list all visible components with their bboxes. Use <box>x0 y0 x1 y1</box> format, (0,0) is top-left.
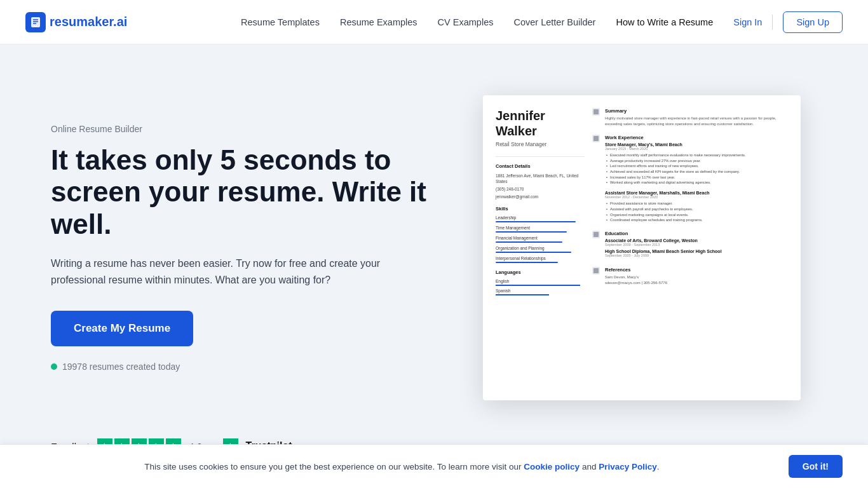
logo-text: resumaker.ai <box>50 15 127 29</box>
skill-financial: Financial Management <box>496 236 585 243</box>
lang-bar-english <box>496 285 580 286</box>
skill-time-management: Time Management <box>496 226 585 233</box>
svg-rect-0 <box>31 17 40 27</box>
cookie-banner: This site uses cookies to ensure you get… <box>0 444 868 488</box>
nav-how-to-write[interactable]: How to Write a Resume <box>616 17 713 27</box>
sign-up-button[interactable]: Sign Up <box>783 11 843 33</box>
job2-title: Assistant Store Manager, Marshalls, Miam… <box>605 191 788 195</box>
references-icon <box>592 267 600 274</box>
resume-summary-block: Summary Highly motivated store manager w… <box>592 108 788 127</box>
skill-bar-financial <box>496 241 562 243</box>
work-content: Work Experience Store Manager, Macy's, M… <box>605 135 788 223</box>
lang-english: English <box>496 279 585 286</box>
edu2-date: September 2005 - July 2009 <box>605 254 788 257</box>
svg-rect-5 <box>593 136 599 141</box>
reference-name: Sam Devon, Macy's <box>605 274 788 280</box>
resume-address: 1881 Jefferson Ave, Miami Beach, FL, Uni… <box>496 173 585 184</box>
resume-contact-heading: Contact Details <box>496 163 585 169</box>
edu1-date: September 2009 - September 2013 <box>605 243 788 247</box>
resumes-counter: 19978 resumes created today <box>51 362 445 372</box>
resume-job-title-header: Retail Store Manager <box>496 141 585 147</box>
summary-text: Highly motivated store manager with expe… <box>605 116 788 127</box>
lang-spanish-label: Spanish <box>496 288 585 293</box>
lang-bar-spanish <box>496 294 549 295</box>
resume-references-block: References Sam Devon, Macy's sdevon@macy… <box>592 267 788 286</box>
references-content: References Sam Devon, Macy's sdevon@macy… <box>605 267 788 286</box>
nav-resume-examples[interactable]: Resume Examples <box>340 17 417 27</box>
job1-bullet2: Average productivity increased 27% over … <box>605 158 788 164</box>
resume-email: jennwalker@gmail.com <box>496 194 585 200</box>
privacy-policy-link[interactable]: Privacy Policy <box>599 462 657 471</box>
resume-name: JenniferWalker <box>496 108 585 139</box>
hero-section: Online Resume Builder It takes only 5 se… <box>0 44 868 438</box>
svg-rect-7 <box>593 268 599 273</box>
resume-education-block: Education Associate of Arts, Broward Col… <box>592 231 788 259</box>
work-heading: Work Experience <box>605 135 788 140</box>
skill-label-organization: Organization and Planning <box>496 246 585 250</box>
cookie-period: . <box>657 462 660 471</box>
resume-skills-heading: Skills <box>496 206 585 212</box>
reference-contact: sdevon@macys.com | 305-256-5776 <box>605 280 788 286</box>
resume-languages-heading: Languages <box>496 269 585 275</box>
hero-subtitle: Writing a resume has never been easier. … <box>51 255 419 288</box>
nav-cover-letter[interactable]: Cover Letter Builder <box>513 17 595 27</box>
resume-right-column: Summary Highly motivated store manager w… <box>592 108 788 388</box>
hero-label: Online Resume Builder <box>51 124 445 134</box>
sign-in-link[interactable]: Sign In <box>733 17 762 27</box>
work-icon <box>592 135 600 142</box>
skill-label-time: Time Management <box>496 226 585 230</box>
green-dot-icon <box>51 363 57 370</box>
skill-leadership: Leadership <box>496 215 585 222</box>
logo-icon <box>25 12 46 32</box>
resume-phone: (305) 248-0170 <box>496 186 585 192</box>
lang-english-label: English <box>496 279 585 283</box>
job1-date: January 2015 - March 2020 <box>605 147 788 151</box>
skill-label-leadership: Leadership <box>496 215 585 220</box>
lang-spanish: Spanish <box>496 288 585 295</box>
nav-resume-templates[interactable]: Resume Templates <box>241 17 320 27</box>
education-content: Education Associate of Arts, Broward Col… <box>605 231 788 259</box>
job1-bullet6: Worked along with marketing and digital … <box>605 180 788 186</box>
references-heading: References <box>605 267 788 273</box>
skill-label-interpersonal: Interpersonal Relationships <box>496 256 585 261</box>
skill-interpersonal: Interpersonal Relationships <box>496 256 585 263</box>
svg-rect-4 <box>593 109 599 114</box>
nav-divider <box>772 15 773 30</box>
resume-preview: JenniferWalker Retail Store Manager Cont… <box>483 95 801 400</box>
job1-bullet4: Achieved and exceeded all KPI targets fo… <box>605 169 788 175</box>
skill-bar-organization <box>496 252 571 253</box>
nav-cv-examples[interactable]: CV Examples <box>438 17 494 27</box>
skill-bar-interpersonal <box>496 262 558 263</box>
resume-left-column: JenniferWalker Retail Store Manager Cont… <box>496 108 585 388</box>
job2-bullet2: Assisted with payroll and paychecks to e… <box>605 207 788 212</box>
education-icon <box>592 231 600 238</box>
job2-bullet4: Coordinated employee schedules and train… <box>605 217 788 223</box>
summary-content: Summary Highly motivated store manager w… <box>605 108 788 127</box>
skill-label-financial: Financial Management <box>496 236 585 240</box>
cookie-policy-link[interactable]: Cookie policy <box>524 462 580 471</box>
edu2-title: High School Diploma, Miami Beach Senior … <box>605 249 788 254</box>
logo[interactable]: resumaker.ai <box>25 12 127 32</box>
counter-text: 19978 resumes created today <box>62 362 180 372</box>
job2-bullet3: Organized marketing campaigns at local e… <box>605 212 788 218</box>
job1-bullet3: Led recruitment efforts and training of … <box>605 163 788 169</box>
summary-heading: Summary <box>605 108 788 114</box>
hero-title: It takes only 5 seconds to screen your r… <box>51 144 445 241</box>
education-heading: Education <box>605 231 788 236</box>
skill-bar-time <box>496 231 567 233</box>
cookie-text: This site uses cookies to ensure you get… <box>25 462 778 471</box>
summary-icon <box>592 108 600 116</box>
cookie-accept-button[interactable]: Got it! <box>789 455 843 478</box>
resume-work-block: Work Experience Store Manager, Macy's, M… <box>592 135 788 223</box>
job2-bullet1: Provided assistance to store manager. <box>605 201 788 207</box>
job2-date: November 2012 - December 2020 <box>605 195 788 199</box>
job1-title: Store Manager, Macy's, Miami Beach <box>605 142 788 147</box>
job1-bullet5: Increased sales by 117% over last year. <box>605 175 788 180</box>
cookie-and: and <box>582 462 597 471</box>
hero-content: Online Resume Builder It takes only 5 se… <box>51 124 445 372</box>
cookie-main-text: This site uses cookies to ensure you get… <box>144 462 521 471</box>
navbar: resumaker.ai Resume Templates Resume Exa… <box>0 0 868 44</box>
nav-auth: Sign In Sign Up <box>733 11 843 33</box>
cta-button[interactable]: Create My Resume <box>51 311 193 346</box>
skill-organization: Organization and Planning <box>496 246 585 253</box>
